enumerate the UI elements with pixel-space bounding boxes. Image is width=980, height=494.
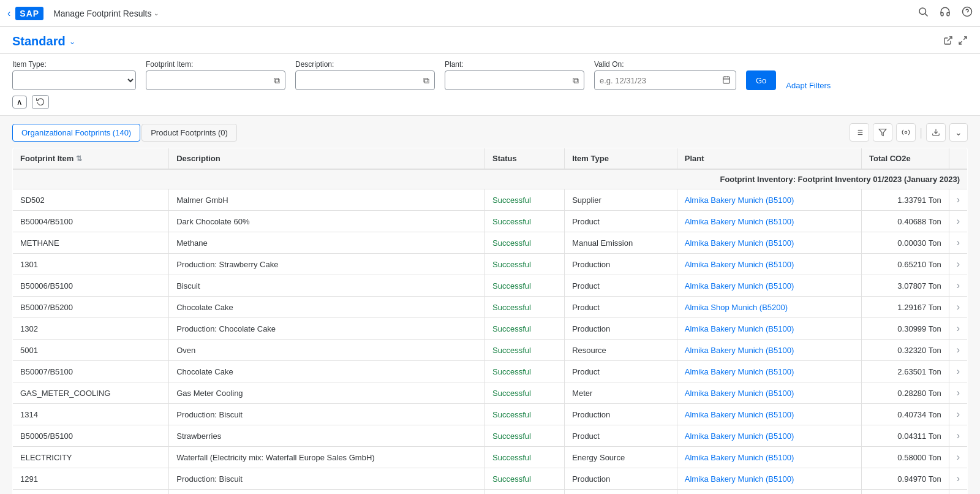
cell-nav-arrow[interactable]: › xyxy=(949,382,967,404)
cell-plant[interactable]: Almika Bakery Munich (B5100) xyxy=(677,361,861,382)
cell-nav-arrow[interactable]: › xyxy=(949,447,967,468)
cell-footprint-item: B50003/B5100 xyxy=(13,490,169,495)
cell-plant[interactable]: Almika Bakery Munich (B5100) xyxy=(677,254,861,275)
cell-footprint-item: ELECTRICITY xyxy=(13,447,169,468)
cell-nav-arrow[interactable]: › xyxy=(949,232,967,254)
svg-marker-16 xyxy=(879,129,886,136)
headset-icon-button[interactable] xyxy=(940,6,951,20)
cell-item-type: Production xyxy=(565,468,677,490)
tabs: Organizational Footprints (140) Product … xyxy=(12,124,237,142)
cell-item-type: Product xyxy=(565,490,677,495)
cell-plant[interactable]: Almika Bakery Munich (B5100) xyxy=(677,232,861,254)
cell-plant[interactable]: Almika Bakery Munich (B5100) xyxy=(677,189,861,211)
cell-plant[interactable]: Almika Bakery Munich (B5100) xyxy=(677,425,861,447)
export-button[interactable] xyxy=(926,123,946,142)
col-header-nav xyxy=(949,148,967,170)
adapt-filters-button[interactable]: Adapt Filters xyxy=(786,81,831,90)
page-header: Standard ⌄ xyxy=(0,27,980,54)
cell-plant[interactable]: Almika Bakery Munich (B5100) xyxy=(677,340,861,361)
footprint-item-label: Footprint Item: xyxy=(146,60,285,69)
cell-nav-arrow[interactable]: › xyxy=(949,404,967,425)
footprint-item-input[interactable] xyxy=(146,71,269,89)
description-copy-icon[interactable]: ⧉ xyxy=(418,75,434,86)
cell-footprint-item: B50006/B5100 xyxy=(13,275,169,297)
cell-nav-arrow[interactable]: › xyxy=(949,189,967,211)
cell-plant[interactable]: Almika Bakery Munich (B5100) xyxy=(677,447,861,468)
cell-description: Dark Chocolate 60% xyxy=(169,211,485,232)
go-button[interactable]: Go xyxy=(746,70,776,90)
table-row[interactable]: B50007/B5100Chocolate CakeSuccessfulProd… xyxy=(13,361,968,382)
item-type-select[interactable]: Supplier Product Production Resource Met… xyxy=(13,71,135,89)
tab-product-footprints[interactable]: Product Footprints (0) xyxy=(141,124,237,142)
plant-label: Plant: xyxy=(445,60,584,69)
search-icon-button[interactable] xyxy=(918,6,929,20)
plant-input[interactable] xyxy=(445,71,568,89)
cell-item-type: Product xyxy=(565,275,677,297)
cell-nav-arrow[interactable]: › xyxy=(949,340,967,361)
table-row[interactable]: 1302Production: Chocolate CakeSuccessful… xyxy=(13,318,968,340)
back-button[interactable]: ‹ xyxy=(7,8,10,19)
table-row[interactable]: 1301Production: Strawberry CakeSuccessfu… xyxy=(13,254,968,275)
column-settings-button[interactable] xyxy=(896,123,916,142)
cell-plant[interactable]: Almika Bakery Munich (B5100) xyxy=(677,211,861,232)
sort-footprint-item-icon[interactable]: ⇅ xyxy=(76,154,82,163)
list-view-button[interactable] xyxy=(850,123,869,142)
cell-description: Malmer GmbH xyxy=(169,189,485,211)
table-row[interactable]: 1314Production: BiscuitSuccessfulProduct… xyxy=(13,404,968,425)
tab-org-footprints[interactable]: Organizational Footprints (140) xyxy=(12,124,140,142)
table-row[interactable]: METHANEMethaneSuccessfulManual EmissionA… xyxy=(13,232,968,254)
cell-item-type: Meter xyxy=(565,382,677,404)
cell-plant[interactable]: Almika Bakery Munich (B5100) xyxy=(677,404,861,425)
cell-description: Methane xyxy=(169,232,485,254)
table-row[interactable]: B50005/B5100StrawberriesSuccessfulProduc… xyxy=(13,425,968,447)
cell-nav-arrow[interactable]: › xyxy=(949,275,967,297)
help-icon-button[interactable] xyxy=(962,6,973,20)
cell-nav-arrow[interactable]: › xyxy=(949,211,967,232)
reset-filters-button[interactable] xyxy=(32,95,49,109)
table-row[interactable]: SD502Malmer GmbHSuccessfulSupplierAlmika… xyxy=(13,189,968,211)
content-area: Organizational Footprints (140) Product … xyxy=(0,116,980,494)
cell-footprint-item: B50007/B5200 xyxy=(13,297,169,318)
cell-plant[interactable]: Almika Bakery Munich (B5100) xyxy=(677,468,861,490)
tab-strip: Organizational Footprints (140) Product … xyxy=(12,123,968,142)
collapse-filters-button[interactable]: ∧ xyxy=(12,96,27,108)
cell-plant[interactable]: Almika Bakery Munich (B5100) xyxy=(677,490,861,495)
table-row[interactable]: GAS_METER_COOLINGGas Meter CoolingSucces… xyxy=(13,382,968,404)
cell-plant[interactable]: Almika Bakery Munich (B5100) xyxy=(677,318,861,340)
table-row[interactable]: B50004/B5100Dark Chocolate 60%Successful… xyxy=(13,211,968,232)
calendar-icon[interactable] xyxy=(717,75,736,86)
cell-status: Successful xyxy=(485,232,565,254)
plant-copy-icon[interactable]: ⧉ xyxy=(568,75,584,86)
plant-field: Plant: ⧉ xyxy=(445,60,584,90)
cell-nav-arrow[interactable]: › xyxy=(949,361,967,382)
table-row[interactable]: B50006/B5100BiscuitSuccessfulProductAlmi… xyxy=(13,275,968,297)
valid-on-input[interactable] xyxy=(595,71,717,89)
cell-item-type: Resource xyxy=(565,340,677,361)
table-row[interactable]: B50003/B5100Baking Mixture BiscuitSucces… xyxy=(13,490,968,495)
cell-nav-arrow[interactable]: › xyxy=(949,254,967,275)
cell-plant[interactable]: Almika Shop Munich (B5200) xyxy=(677,297,861,318)
footprint-item-copy-icon[interactable]: ⧉ xyxy=(269,75,285,86)
page-title-dropdown-icon[interactable]: ⌄ xyxy=(69,37,75,46)
cell-nav-arrow[interactable]: › xyxy=(949,425,967,447)
cell-footprint-item: 1314 xyxy=(13,404,169,425)
filter-view-button[interactable] xyxy=(873,123,892,142)
cell-nav-arrow[interactable]: › xyxy=(949,468,967,490)
cell-plant[interactable]: Almika Bakery Munich (B5100) xyxy=(677,382,861,404)
cell-status: Successful xyxy=(485,297,565,318)
table-row[interactable]: 1291Production: BiscuitSuccessfulProduct… xyxy=(13,468,968,490)
cell-nav-arrow[interactable]: › xyxy=(949,490,967,495)
page-export-button[interactable] xyxy=(943,36,953,48)
export-dropdown-button[interactable]: ⌄ xyxy=(949,123,968,142)
table-row[interactable]: ELECTRICITYWaterfall (Electricity mix: W… xyxy=(13,447,968,468)
cell-nav-arrow[interactable]: › xyxy=(949,297,967,318)
description-input[interactable] xyxy=(296,71,418,89)
filter-row: Item Type: Supplier Product Production R… xyxy=(12,60,968,90)
cell-plant[interactable]: Almika Bakery Munich (B5100) xyxy=(677,275,861,297)
cell-nav-arrow[interactable]: › xyxy=(949,318,967,340)
table-row[interactable]: 5001OvenSuccessfulResourceAlmika Bakery … xyxy=(13,340,968,361)
nav-title-dropdown-icon[interactable]: ⌄ xyxy=(154,10,159,17)
table-row[interactable]: B50007/B5200Chocolate CakeSuccessfulProd… xyxy=(13,297,968,318)
plant-input-wrap: ⧉ xyxy=(445,70,584,90)
page-fullscreen-button[interactable] xyxy=(958,36,968,48)
